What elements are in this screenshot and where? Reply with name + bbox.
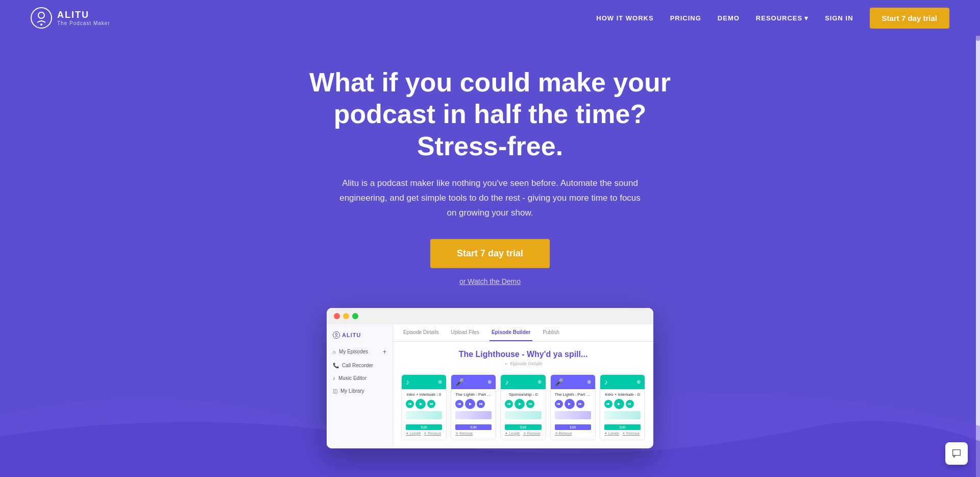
track-5-fwd-btn[interactable]: ⏭ xyxy=(626,400,634,408)
tab-publish[interactable]: Publish xyxy=(541,324,561,341)
chevron-down-icon: ▾ xyxy=(804,14,808,22)
tab-episode-builder[interactable]: Episode Builder xyxy=(489,324,532,341)
track-1-remove-link[interactable]: ✕ Remove xyxy=(424,432,441,436)
sidebar-item-recorder[interactable]: 📞 Call Recorder xyxy=(327,359,393,372)
track-card-1: ♪ ⊕ Intro + Interlude - 0 ⏮ ▶ ⏭ xyxy=(401,374,447,440)
track-5-close-icon[interactable]: ⊕ xyxy=(636,379,641,385)
track-card-4: 🎤 ⊕ The Lighth - Part 2 (2) ⏮ ▶ ⏭ xyxy=(550,374,596,440)
track-1-back-btn[interactable]: ⏮ xyxy=(406,400,414,408)
chat-icon xyxy=(951,448,962,459)
logo-icon xyxy=(31,7,52,29)
app-screenshot: ALITU ⌂ My Episodes + 📞 Call Recorder xyxy=(327,308,653,448)
track-4-controls: ⏮ ▶ ⏭ xyxy=(555,399,591,409)
nav-pricing[interactable]: PRICING xyxy=(670,14,701,22)
track-5-remove-link[interactable]: ✕ Remove xyxy=(622,432,640,436)
nav-sign-in[interactable]: SIGN IN xyxy=(825,14,853,22)
track-5-footer: ✦ Length ✕ Remove xyxy=(604,431,641,437)
tracks-row: ♪ ⊕ Intro + Interlude - 0 ⏮ ▶ ⏭ xyxy=(401,374,645,440)
track-2-fwd-btn[interactable]: ⏭ xyxy=(477,400,485,408)
hero-subtext: Alitu is a podcast maker like nothing yo… xyxy=(339,176,641,221)
track-2-play-btn[interactable]: ▶ xyxy=(465,399,475,409)
sidebar-item-music[interactable]: ♪ Music Editor xyxy=(327,372,393,385)
track-2-close-icon[interactable]: ⊕ xyxy=(487,379,492,385)
logo-name: ALITU xyxy=(57,10,110,20)
track-3-controls: ⏮ ▶ ⏭ xyxy=(505,399,541,409)
mic-icon: 🎤 xyxy=(455,378,464,386)
logo-link[interactable]: ALITU The Podcast Maker xyxy=(31,7,110,29)
window-close-dot xyxy=(334,313,340,319)
nav-demo[interactable]: DEMO xyxy=(718,14,740,22)
track-4-close-icon[interactable]: ⊕ xyxy=(587,379,591,385)
window-maximize-dot xyxy=(352,313,358,319)
track-card-2: 🎤 ⊕ The Lighth - Part 1 (1) ⏮ ▶ ⏭ xyxy=(451,374,496,440)
track-4-body: The Lighth - Part 2 (2) ⏮ ▶ ⏭ Edit xyxy=(551,389,595,440)
track-1-header: ♪ ⊕ xyxy=(402,375,446,389)
track-5-edit-btn[interactable]: Edit xyxy=(604,424,641,430)
svg-point-4 xyxy=(335,333,337,335)
track-2-name: The Lighth - Part 1 (1) xyxy=(455,392,492,397)
track-3-header: ♪ ⊕ xyxy=(501,375,545,389)
track-3-play-btn[interactable]: ▶ xyxy=(514,399,525,409)
track-1-waveform xyxy=(406,411,442,419)
nav-how-it-works[interactable]: HOW IT WORKS xyxy=(596,14,653,22)
phone-icon: 📞 xyxy=(333,363,339,368)
track-3-footer: ✦ Length ✕ Remove xyxy=(505,431,541,437)
track-3-edit-btn[interactable]: Edit xyxy=(505,424,541,430)
track-5-body: Intro + Interlude - 0 ⏮ ▶ ⏭ Edit xyxy=(600,389,645,440)
app-body: ALITU ⌂ My Episodes + 📞 Call Recorder xyxy=(327,324,653,448)
logo-text-group: ALITU The Podcast Maker xyxy=(57,10,110,26)
nav-resources[interactable]: RESOURCES ▾ xyxy=(756,14,808,22)
track-4-edit-btn[interactable]: Edit xyxy=(555,424,591,430)
track-3-remove-link[interactable]: ✕ Remove xyxy=(523,432,541,436)
track-5-length-link[interactable]: ✦ Length xyxy=(604,432,619,436)
track-4-header: 🎤 ⊕ xyxy=(551,375,595,389)
track-3-length-link[interactable]: ✦ Length xyxy=(505,432,520,436)
app-titlebar xyxy=(327,308,653,324)
app-sidebar: ALITU ⌂ My Episodes + 📞 Call Recorder xyxy=(327,324,393,448)
chat-widget[interactable] xyxy=(945,442,968,465)
track-1-body: Intro + Interlude - 0 ⏮ ▶ ⏭ Edit xyxy=(402,389,446,440)
track-4-back-btn[interactable]: ⏮ xyxy=(555,400,563,408)
track-2-footer: ✕ Remove xyxy=(455,431,492,437)
sidebar-item-library[interactable]: ◫ My Library xyxy=(327,385,393,397)
track-1-length-link[interactable]: ✦ Length xyxy=(406,432,421,436)
track-2-remove-link[interactable]: ✕ Remove xyxy=(455,432,473,436)
track-3-back-btn[interactable]: ⏮ xyxy=(505,400,513,408)
track-2-edit-btn[interactable]: Edit xyxy=(455,424,492,430)
track-1-fwd-btn[interactable]: ⏭ xyxy=(427,400,435,408)
svg-point-1 xyxy=(38,12,44,18)
track-4-waveform xyxy=(555,411,591,419)
track-5-waveform xyxy=(604,411,641,419)
music-note-icon-3: ♪ xyxy=(505,378,508,386)
hero-cta-button[interactable]: Start 7 day trial xyxy=(430,239,550,268)
tab-upload-files[interactable]: Upload Files xyxy=(449,324,481,341)
track-1-play-btn[interactable]: ▶ xyxy=(415,399,426,409)
track-1-name: Intro + Interlude - 0 xyxy=(406,392,442,397)
track-4-play-btn[interactable]: ▶ xyxy=(565,399,575,409)
track-1-edit-btn[interactable]: Edit xyxy=(406,424,442,430)
track-3-fwd-btn[interactable]: ⏭ xyxy=(526,400,534,408)
track-5-play-btn[interactable]: ▶ xyxy=(614,399,624,409)
sidebar-item-episodes[interactable]: ⌂ My Episodes + xyxy=(327,345,393,359)
track-2-header: 🎤 ⊕ xyxy=(451,375,496,389)
track-3-body: Sponsorship - 0 ⏮ ▶ ⏭ Edit xyxy=(501,389,545,440)
track-3-close-icon[interactable]: ⊕ xyxy=(537,379,542,385)
app-tabs: Episode Details Upload Files Episode Bui… xyxy=(393,324,653,342)
music-note-icon: ♪ xyxy=(406,378,409,386)
hero-headline: What if you could make your podcast in h… xyxy=(291,66,689,162)
track-5-back-btn[interactable]: ⏮ xyxy=(604,400,612,408)
nav-cta-button[interactable]: Start 7 day trial xyxy=(870,8,949,29)
hero-section: What if you could make your podcast in h… xyxy=(0,36,980,448)
track-4-remove-link[interactable]: ✕ Remove xyxy=(555,432,572,436)
add-episode-icon[interactable]: + xyxy=(383,348,386,355)
nav-links: HOW IT WORKS PRICING DEMO RESOURCES ▾ SI… xyxy=(596,8,949,29)
track-4-fwd-btn[interactable]: ⏭ xyxy=(576,400,584,408)
hero-demo-link[interactable]: or Watch the Demo xyxy=(459,277,521,285)
track-2-waveform xyxy=(455,411,492,419)
track-1-footer: ✦ Length ✕ Remove xyxy=(406,431,442,437)
tab-episode-details[interactable]: Episode Details xyxy=(401,324,440,341)
sidebar-logo: ALITU xyxy=(327,331,393,345)
track-2-back-btn[interactable]: ⏮ xyxy=(455,400,463,408)
app-episode-sub: ← Episode Details xyxy=(401,361,645,366)
track-1-close-icon[interactable]: ⊕ xyxy=(438,379,442,385)
